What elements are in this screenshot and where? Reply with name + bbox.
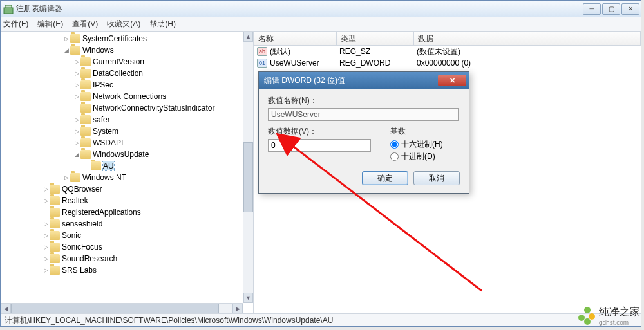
radix-hex-radio[interactable] (390, 140, 399, 149)
tree-item[interactable]: ▷DataCollection (1, 68, 254, 79)
expand-icon[interactable]: ▷ (42, 197, 50, 204)
menu-edit[interactable]: 编辑(E) (37, 19, 63, 30)
radix-hex-option[interactable]: 十六进制(H) (390, 139, 443, 150)
tree-item-label: Realtek (62, 196, 88, 205)
list-row[interactable]: 01UseWUServerREG_DWORD0x00000000 (0) (254, 57, 641, 69)
tree-pane[interactable]: ▷SystemCertificates◢Windows▷CurrentVersi… (1, 32, 254, 313)
expand-icon[interactable]: ▷ (73, 140, 80, 146)
tree-item[interactable]: ▷IPSec (1, 79, 254, 91)
expand-icon[interactable]: ▷ (73, 59, 80, 65)
watermark-brand: 纯净之家 (599, 306, 640, 319)
col-name[interactable]: 名称 (254, 32, 337, 45)
dialog-body: 数值名称(N)： 数值数据(V)： 基数 十六进制(H) 十进制(D) 确定 取… (259, 89, 469, 193)
cancel-button[interactable]: 取消 (413, 171, 460, 185)
tree-hscrollbar[interactable]: ◀ ▶ (1, 303, 243, 313)
expand-icon[interactable]: ▷ (42, 267, 50, 273)
tree-item-label: senseshield (62, 219, 102, 228)
expand-icon[interactable]: ▷ (42, 186, 50, 192)
tree-item[interactable]: ▷senseshield (1, 218, 254, 230)
tree-item-label: Sonic (62, 231, 81, 240)
expand-icon[interactable]: ▷ (73, 82, 80, 88)
tree-item[interactable]: ▷WSDAPI (1, 137, 254, 149)
watermark-logo-icon (578, 307, 596, 325)
tree-item[interactable]: ▷CurrentVersion (1, 56, 254, 68)
tree-item[interactable]: ▷safer (1, 114, 254, 125)
expand-icon[interactable]: ▷ (42, 255, 50, 262)
tree-item[interactable]: ◢Windows (1, 44, 254, 56)
tree-item[interactable]: ◢WindowsUpdate (1, 149, 254, 160)
regedit-icon (3, 4, 14, 14)
cell-type: REG_DWORD (339, 59, 417, 68)
expand-icon[interactable]: ▷ (42, 232, 50, 239)
dialog-titlebar[interactable]: 编辑 DWORD (32 位)值 ✕ (259, 72, 469, 89)
cell-type: REG_SZ (339, 47, 417, 56)
folder-icon (80, 150, 91, 159)
expand-icon[interactable]: ▷ (73, 128, 80, 134)
tree-item-label: QQBrowser (62, 185, 102, 194)
scroll-up-icon[interactable]: ▲ (243, 32, 253, 42)
list-row[interactable]: ab(默认)REG_SZ(数值未设置) (254, 46, 641, 57)
folder-icon (50, 185, 60, 194)
statusbar: 计算机\HKEY_LOCAL_MACHINE\SOFTWARE\Policies… (1, 313, 641, 326)
cell-data: (数值未设置) (417, 46, 460, 57)
tree-item[interactable]: ▷Sonic (1, 230, 254, 241)
tree-item[interactable]: ▷Realtek (1, 195, 254, 206)
folder-icon (70, 173, 80, 182)
tree-item[interactable]: ▷System (1, 125, 254, 137)
maximize-button[interactable]: ▢ (602, 3, 620, 15)
folder-icon (70, 34, 80, 43)
titlebar[interactable]: 注册表编辑器 ─ ▢ ✕ (1, 1, 641, 17)
expand-icon[interactable]: ▷ (73, 116, 80, 123)
tree-item[interactable]: ▷Network Connections (1, 91, 254, 102)
expand-icon[interactable]: ▷ (73, 70, 80, 77)
tree-item[interactable]: ▷SRS Labs (1, 264, 254, 276)
expand-icon[interactable]: ▷ (73, 93, 80, 100)
dialog-close-button[interactable]: ✕ (438, 75, 466, 86)
tree-item-label: AU (103, 161, 114, 170)
tree-item[interactable]: RegisteredApplications (1, 206, 254, 218)
expand-icon[interactable]: ▷ (62, 174, 70, 181)
folder-icon (80, 127, 91, 136)
list-header[interactable]: 名称 类型 数据 (254, 32, 641, 46)
menu-help[interactable]: 帮助(H) (149, 19, 176, 30)
expand-icon[interactable]: ◢ (62, 47, 70, 53)
menu-favorites[interactable]: 收藏夹(A) (107, 19, 140, 30)
scroll-down-icon[interactable]: ▼ (243, 293, 253, 303)
tree-item-label: WSDAPI (93, 138, 123, 147)
tree-item[interactable]: ▷SystemCertificates (1, 33, 254, 44)
tree-vscrollbar[interactable]: ▲ ▼ (243, 32, 253, 303)
tree-item-label: SRS Labs (62, 266, 97, 275)
tree-item[interactable]: AU (1, 160, 254, 172)
edit-dword-dialog[interactable]: 编辑 DWORD (32 位)值 ✕ 数值名称(N)： 数值数据(V)： 基数 … (258, 71, 469, 194)
tree-item[interactable]: NetworkConnectivityStatusIndicator (1, 102, 254, 114)
radix-dec-option[interactable]: 十进制(D) (390, 151, 443, 162)
expand-icon[interactable]: ▷ (42, 244, 50, 250)
folder-icon (50, 231, 60, 240)
minimize-button[interactable]: ─ (583, 3, 601, 15)
expand-icon[interactable]: ▷ (62, 35, 70, 42)
tree-item-label: SystemCertificates (82, 34, 147, 43)
folder-icon (50, 196, 60, 205)
radix-dec-radio[interactable] (390, 152, 399, 161)
scroll-left-icon[interactable]: ◀ (1, 304, 11, 313)
ok-button[interactable]: 确定 (362, 171, 408, 185)
expand-icon[interactable]: ▷ (42, 221, 50, 227)
menu-file[interactable]: 文件(F) (3, 19, 28, 30)
tree-item-label: safer (93, 115, 110, 124)
svg-rect-0 (4, 8, 13, 14)
tree-item[interactable]: ▷SoundResearch (1, 253, 254, 264)
tree-item[interactable]: ▷QQBrowser (1, 183, 254, 195)
menu-view[interactable]: 查看(V) (72, 19, 98, 30)
tree-item[interactable]: ▷SonicFocus (1, 241, 254, 253)
expand-icon[interactable]: ◢ (73, 151, 80, 158)
tree-item[interactable]: ▷Windows NT (1, 172, 254, 183)
tree-item-label: Windows (82, 46, 114, 55)
close-button[interactable]: ✕ (621, 3, 639, 15)
value-data-label: 数值数据(V)： (268, 126, 374, 137)
value-data-field[interactable] (268, 139, 371, 152)
col-type[interactable]: 类型 (337, 32, 414, 45)
scroll-right-icon[interactable]: ▶ (232, 304, 243, 313)
reg-sz-icon: ab (257, 47, 267, 56)
tree-item-label: CurrentVersion (93, 57, 144, 66)
col-data[interactable]: 数据 (414, 32, 641, 45)
